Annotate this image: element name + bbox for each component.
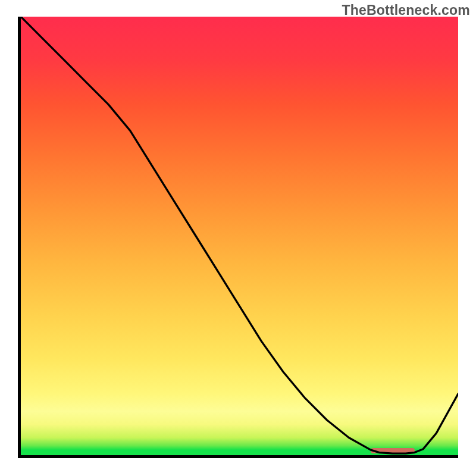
watermark-text: TheBottleneck.com: [342, 2, 470, 18]
bottleneck-curve: [21, 17, 458, 455]
chart-container: TheBottleneck.com: [0, 0, 476, 476]
plot-area: [18, 17, 458, 458]
